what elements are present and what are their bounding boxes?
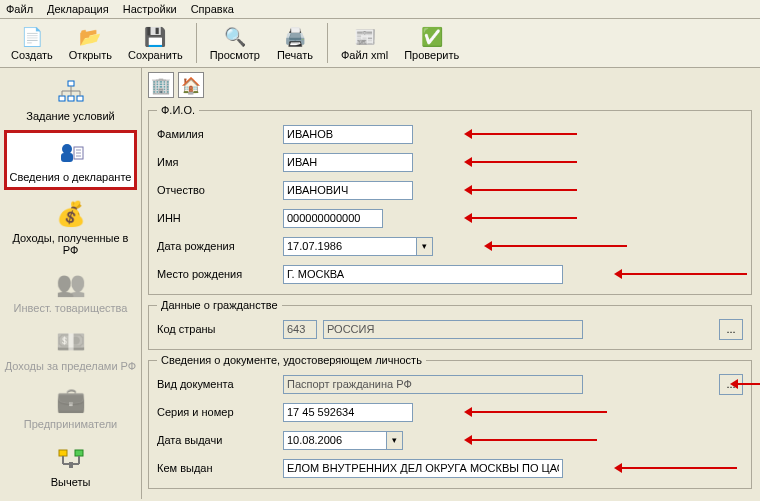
toolbar-separator [327, 23, 328, 63]
floppy-icon: 💾 [143, 25, 167, 49]
annotation-arrow [617, 273, 747, 275]
mode-house-icon[interactable]: 🏠 [178, 72, 204, 98]
date-dropdown-button[interactable]: ▾ [416, 238, 432, 255]
label-dob: Дата рождения [157, 240, 277, 252]
balance-icon [55, 442, 87, 474]
fieldset-fio: Ф.И.О. Фамилия Имя Отчество ИНН [148, 104, 752, 295]
svg-point-9 [62, 144, 72, 154]
input-issue-date[interactable] [283, 431, 403, 450]
sidebar-item-income-rf[interactable]: 💰 Доходы, полученные в РФ [0, 192, 141, 262]
annotation-arrow [487, 245, 627, 247]
input-dob[interactable] [283, 237, 433, 256]
legend-fio: Ф.И.О. [157, 104, 199, 116]
sidebar-label: Вычеты [51, 476, 91, 488]
menubar: Файл Декларация Настройки Справка [0, 0, 760, 19]
menu-declaration[interactable]: Декларация [47, 3, 109, 15]
menu-settings[interactable]: Настройки [123, 3, 177, 15]
label-country-code: Код страны [157, 323, 277, 335]
sidebar-item-invest[interactable]: 👥 Инвест. товарищества [0, 262, 141, 320]
legend-citizenship: Данные о гражданстве [157, 299, 282, 311]
menu-help[interactable]: Справка [191, 3, 234, 15]
briefcase-icon: 💼 [55, 384, 87, 416]
sidebar-item-declarant[interactable]: Сведения о декларанте [4, 130, 137, 190]
input-issued-by[interactable] [283, 459, 563, 478]
sidebar-label: Доходы, полученные в РФ [4, 232, 137, 256]
input-doc-type [283, 375, 583, 394]
open-button[interactable]: 📂 Открыть [62, 21, 119, 65]
form-area: 🏢 🏠 Ф.И.О. Фамилия Имя Отчество ИНН [142, 68, 760, 499]
svg-rect-3 [77, 96, 83, 101]
sidebar-item-entrepreneurs[interactable]: 💼 Предприниматели [0, 378, 141, 436]
annotation-arrow [467, 133, 577, 135]
label-name: Имя [157, 156, 277, 168]
browse-doc-type-button[interactable]: ... [719, 374, 743, 395]
svg-rect-15 [59, 450, 67, 456]
svg-rect-10 [61, 153, 73, 162]
printer-icon: 🖨️ [283, 25, 307, 49]
sidebar-label: Доходы за пределами РФ [5, 360, 136, 372]
create-button[interactable]: 📄 Создать [4, 21, 60, 65]
workspace: Задание условий Сведения о декларанте 💰 … [0, 68, 760, 499]
check-label: Проверить [404, 49, 459, 61]
new-doc-icon: 📄 [20, 25, 44, 49]
label-inn: ИНН [157, 212, 277, 224]
label-doc-type: Вид документа [157, 378, 277, 390]
input-series[interactable] [283, 403, 413, 422]
label-patronymic: Отчество [157, 184, 277, 196]
sidebar-label: Инвест. товарищества [14, 302, 128, 314]
input-pob[interactable] [283, 265, 563, 284]
sidebar-label: Предприниматели [24, 418, 117, 430]
svg-rect-2 [68, 96, 74, 101]
preview-button[interactable]: 🔍 Просмотр [203, 21, 267, 65]
toolbar: 📄 Создать 📂 Открыть 💾 Сохранить 🔍 Просмо… [0, 19, 760, 68]
legend-document: Сведения о документе, удостоверяющем лич… [157, 354, 426, 366]
open-label: Открыть [69, 49, 112, 61]
annotation-arrow [617, 467, 737, 469]
input-name[interactable] [283, 153, 413, 172]
coins-icon: 💰 [55, 198, 87, 230]
label-series: Серия и номер [157, 406, 277, 418]
preview-label: Просмотр [210, 49, 260, 61]
form-mode-toolbar: 🏢 🏠 [142, 68, 760, 100]
create-label: Создать [11, 49, 53, 61]
annotation-arrow [467, 439, 597, 441]
input-patronymic[interactable] [283, 181, 413, 200]
label-pob: Место рождения [157, 268, 277, 280]
sidebar-label: Задание условий [26, 110, 114, 122]
annotation-arrow [467, 411, 607, 413]
save-label: Сохранить [128, 49, 183, 61]
open-folder-icon: 📂 [78, 25, 102, 49]
input-surname[interactable] [283, 125, 413, 144]
input-country-name [323, 320, 583, 339]
toolbar-separator [196, 23, 197, 63]
xml-file-icon: 📰 [353, 25, 377, 49]
annotation-arrow [467, 217, 577, 219]
print-button[interactable]: 🖨️ Печать [269, 21, 321, 65]
fieldset-document: Сведения о документе, удостоверяющем лич… [148, 354, 752, 489]
fieldset-citizenship: Данные о гражданстве Код страны ... [148, 299, 752, 350]
annotation-arrow [467, 189, 577, 191]
sidebar-item-income-foreign[interactable]: 💵 Доходы за пределами РФ [0, 320, 141, 378]
save-button[interactable]: 💾 Сохранить [121, 21, 190, 65]
label-issued-by: Кем выдан [157, 462, 277, 474]
menu-file[interactable]: Файл [6, 3, 33, 15]
check-button[interactable]: ✅ Проверить [397, 21, 466, 65]
xml-label: Файл xml [341, 49, 388, 61]
xml-button[interactable]: 📰 Файл xml [334, 21, 395, 65]
magnifier-icon: 🔍 [223, 25, 247, 49]
check-icon: ✅ [420, 25, 444, 49]
label-surname: Фамилия [157, 128, 277, 140]
sidebar-item-conditions[interactable]: Задание условий [0, 70, 141, 128]
input-inn[interactable] [283, 209, 383, 228]
mode-box-icon[interactable]: 🏢 [148, 72, 174, 98]
sidebar-item-deductions[interactable]: Вычеты [0, 436, 141, 494]
input-country-code [283, 320, 317, 339]
date-dropdown-button[interactable]: ▾ [386, 432, 402, 449]
annotation-arrow [467, 161, 577, 163]
group-icon: 👥 [55, 268, 87, 300]
svg-rect-20 [69, 462, 73, 468]
svg-rect-0 [68, 81, 74, 86]
money-bag-icon: 💵 [55, 326, 87, 358]
browse-country-button[interactable]: ... [719, 319, 743, 340]
svg-rect-1 [59, 96, 65, 101]
